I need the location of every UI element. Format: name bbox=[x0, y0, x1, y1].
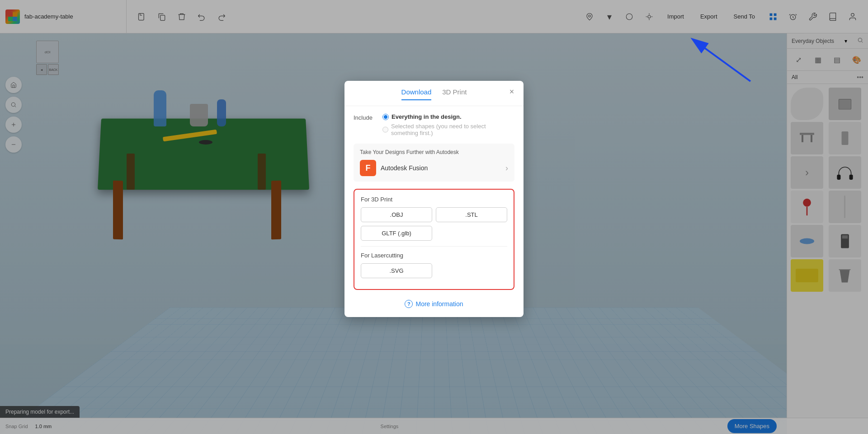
radio-everything[interactable] bbox=[382, 114, 389, 120]
section-divider bbox=[361, 246, 507, 247]
format-section: For 3D Print .OBJ .STL GLTF (.glb) For L… bbox=[354, 189, 514, 290]
btn-svg[interactable]: .SVG bbox=[361, 263, 432, 278]
radio-everything-label: Everything in the design. bbox=[392, 113, 462, 120]
3dprint-buttons: .OBJ .STL GLTF (.glb) bbox=[361, 207, 507, 241]
fusion-name: Autodesk Fusion bbox=[381, 164, 428, 172]
for-3dprint-label: For 3D Print bbox=[361, 196, 507, 203]
btn-stl[interactable]: .STL bbox=[436, 207, 507, 222]
radio-options: Everything in the design. Selected shape… bbox=[382, 113, 514, 136]
radio-selected[interactable] bbox=[382, 126, 388, 133]
btn-obj[interactable]: .OBJ bbox=[361, 207, 432, 222]
radio-everything-row: Everything in the design. bbox=[382, 113, 514, 120]
modal-tabs: Download 3D Print bbox=[401, 88, 467, 100]
include-section: Include Everything in the design. Select… bbox=[354, 113, 514, 136]
more-info-icon: ? bbox=[405, 300, 413, 308]
fusion-icon: F bbox=[360, 160, 376, 176]
tab-download[interactable]: Download bbox=[401, 88, 432, 100]
autodesk-section-title: Take Your Designs Further with Autodesk bbox=[360, 149, 508, 155]
download-modal: Download 3D Print × Include Everything i… bbox=[344, 81, 524, 317]
modal-close-button[interactable]: × bbox=[506, 86, 517, 97]
radio-selected-row: Selected shapes (you need to select some… bbox=[382, 123, 514, 136]
include-label: Include bbox=[354, 113, 377, 121]
modal-header: Download 3D Print × bbox=[344, 81, 524, 106]
modal-overlay: Download 3D Print × Include Everything i… bbox=[0, 0, 868, 434]
more-info-row[interactable]: ? More information bbox=[354, 296, 514, 310]
more-info-text: More information bbox=[415, 300, 463, 308]
radio-selected-label: Selected shapes (you need to select some… bbox=[391, 123, 514, 136]
fusion-left: F Autodesk Fusion bbox=[360, 160, 428, 176]
tab-3dprint[interactable]: 3D Print bbox=[442, 88, 467, 100]
for-lasercutting-label: For Lasercutting bbox=[361, 252, 507, 259]
autodesk-fusion-row[interactable]: F Autodesk Fusion › bbox=[360, 160, 508, 176]
fusion-arrow-icon: › bbox=[505, 163, 508, 173]
autodesk-section: Take Your Designs Further with Autodesk … bbox=[354, 144, 514, 182]
btn-gltf[interactable]: GLTF (.glb) bbox=[361, 226, 432, 241]
modal-body: Include Everything in the design. Select… bbox=[344, 106, 524, 317]
lasercutting-buttons: .SVG bbox=[361, 263, 507, 278]
